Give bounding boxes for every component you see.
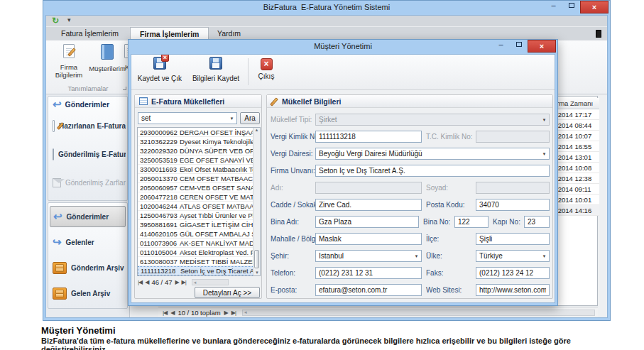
list-item[interactable]: 3210362229Dyeset Kimya Teknolojileri ...	[138, 137, 260, 146]
column-header-olusturma-zamani[interactable]: rma Zamanı	[555, 98, 599, 109]
sidebar-item-gonderilmis-efatura[interactable]: Gönderilmiş E-Fatura	[50, 143, 126, 165]
last-page-icon[interactable]: ▶|	[182, 279, 186, 285]
table-row[interactable]: .2014 10:01	[555, 195, 599, 205]
list-item[interactable]: 2060477218CEREN OFSET VE MATBAA...	[138, 192, 260, 202]
list-item[interactable]: 4140620105GÜL OFSET AMBALAJ SAN...	[138, 229, 260, 239]
next-page-icon[interactable]: ▶	[224, 310, 228, 316]
sidebar-item-gonderimler[interactable]: ↩ Gönderimler	[50, 206, 126, 227]
sidebar-item-gonderim-arsiv[interactable]: Gönderim Arşiv	[50, 257, 126, 278]
dialog-maximize-button[interactable]	[510, 40, 528, 50]
next-page-icon[interactable]: ▶	[175, 279, 178, 285]
exit-icon: ×	[261, 58, 273, 70]
maximize-button[interactable]	[562, 1, 580, 11]
kapi-no-input[interactable]	[524, 216, 550, 228]
sehir-select[interactable]: İstanbul ▼	[315, 250, 422, 262]
table-row[interactable]: .2014 12:38	[555, 173, 599, 184]
list-item[interactable]: 3250053519EGE OFSET SANAYİ VE Tİ...	[138, 155, 260, 165]
mahalle-input[interactable]	[315, 233, 422, 245]
soyad-input[interactable]	[476, 182, 550, 194]
sidebar-item-gelenler[interactable]: ↪ Gelenler	[50, 231, 126, 253]
cadde-input[interactable]	[315, 199, 422, 211]
list-item[interactable]: 1250046793Ayset Tıbbi Ürünler ve Plas...	[138, 211, 260, 220]
refresh-icon[interactable]: ↻	[52, 16, 59, 26]
list-item[interactable]: 2930000962DERGAH OFSET İNŞAAT O...	[138, 128, 260, 137]
scrollbar-thumb[interactable]	[254, 250, 259, 268]
close-button[interactable]: ×	[580, 1, 608, 13]
eposta-input[interactable]	[315, 284, 422, 296]
first-page-icon[interactable]: |◀	[138, 279, 142, 285]
chevron-down-icon: ▼	[412, 254, 421, 258]
bina-adi-label: Bina Adı:	[271, 216, 299, 228]
table-row[interactable]: .2014 08:44	[555, 120, 599, 131]
bina-no-input[interactable]	[454, 216, 489, 228]
vergi-dairesi-select[interactable]: Beyoğlu Vergi Dairesi Müdürlüğü ▼	[315, 148, 550, 160]
ribbon-button-firma-bilgilerim[interactable]: Firma Bilgilerim	[50, 43, 87, 84]
search-combobox[interactable]: set ▼	[138, 112, 237, 124]
table-row[interactable]: .2014 10:07	[555, 131, 599, 141]
table-row[interactable]: .2014 09:11	[555, 184, 599, 195]
telefon-input[interactable]	[315, 267, 422, 279]
ulke-select[interactable]: Türkiye ▼	[476, 250, 550, 262]
scroll-down-icon[interactable]: ▼	[255, 270, 259, 275]
right-panel-header: Mükellef Bilgileri	[267, 95, 552, 108]
ara-button[interactable]: Ara	[240, 112, 260, 124]
bilgileri-kaydet-button[interactable]: Bilgileri Kaydet	[187, 57, 245, 88]
sidebar-item-gonderilmis-zarflar[interactable]: Gönderilmiş Zarflar	[50, 172, 126, 193]
list-item[interactable]: 6130080037MEDİSET TIBBİ MALZEMEL...	[138, 257, 260, 266]
minimize-button[interactable]: –	[545, 1, 562, 11]
tabstrip-corner-icon[interactable]	[596, 30, 601, 38]
scroll-left-icon[interactable]: ◂	[194, 280, 196, 285]
pager-label: 46 / 47	[151, 278, 172, 286]
vergi-kimlik-input[interactable]	[315, 131, 422, 143]
list-item[interactable]: 3220029320DÜNYA SÜPER VEB OFSET ...	[138, 146, 260, 155]
qat-menu-caret-icon[interactable]: ▾	[67, 16, 71, 23]
dialog-client-area: × Kaydet ve Çık Bilgileri Kaydet × Çıkış…	[131, 54, 555, 303]
tc-kimlik-input[interactable]	[476, 131, 550, 143]
ribbon-button-musterilerim[interactable]: Müşterilerim	[89, 43, 126, 84]
prev-page-icon[interactable]: ◀	[170, 310, 174, 316]
kaydet-ve-cik-button[interactable]: × Kaydet ve Çık	[134, 57, 185, 88]
send-arrow-icon: ↩	[53, 212, 62, 222]
table-row[interactable]: .2014 17:17	[555, 109, 599, 120]
table-row[interactable]: .2014 10:08	[555, 163, 599, 173]
table-pager: |◀ ◀ 10 / 10 toplam ▶ ▶| ◂	[158, 307, 598, 317]
scroll-up-icon[interactable]: ▲	[255, 128, 259, 132]
faks-input[interactable]	[476, 267, 550, 279]
prev-page-icon[interactable]: ◀	[145, 279, 148, 285]
list-item[interactable]: 0110073906AK-SET NAKLİYAT MADEN....	[138, 239, 260, 248]
scroll-left-icon[interactable]: ◂	[244, 310, 246, 315]
list-item-selected[interactable]: 1111113218Seton İç ve Dış Ticaret A.Ş.	[138, 266, 260, 275]
cikis-button[interactable]: × Çıkış	[252, 57, 280, 88]
mukellef-tipi-select[interactable]: Şirket ▼	[315, 114, 550, 126]
sidebar-item-hazirlanan-efatura[interactable]: Hazırlanan E-Fatura	[50, 115, 126, 136]
detaylari-ac-button[interactable]: Detayları Aç >>	[195, 287, 260, 298]
form-pencil-icon	[270, 97, 278, 106]
last-page-icon[interactable]: ▶|	[231, 310, 236, 316]
ilce-input[interactable]	[476, 233, 550, 245]
posta-kodu-input[interactable]	[476, 199, 550, 211]
horizontal-scrollbar[interactable]: ◂	[192, 279, 229, 285]
sidebar-item-gelen-arsiv[interactable]: Gelen Arşiv	[50, 283, 126, 304]
first-page-icon[interactable]: |◀	[163, 310, 167, 316]
list-item[interactable]: 3950881691GİGASET İLETİŞİM CİHAZL...	[138, 220, 260, 229]
list-item[interactable]: 2050060957CEM-VEB OFSET SANAYİ V...	[138, 183, 260, 192]
dialog-minimize-button[interactable]: –	[492, 40, 510, 50]
list-item[interactable]: 3300011693Ekol Ofset Matbaacılık Tesi...	[138, 165, 260, 174]
dialog-close-button[interactable]: ×	[528, 40, 556, 53]
horizontal-scrollbar[interactable]: ◂	[242, 310, 595, 316]
bina-adi-input[interactable]	[315, 216, 419, 228]
list-item[interactable]: 1020046244ATLAS OFSET MATBAACIL...	[138, 202, 260, 211]
list-item[interactable]: 2050013370CEM OFSET MATBAACILIK...	[138, 174, 260, 183]
web-sitesi-label: Web Sitesi:	[426, 284, 462, 296]
ulke-label: Ülke:	[426, 250, 442, 262]
tab-fatura-islemlerim[interactable]: Fatura İşlemlerim	[52, 27, 128, 40]
table-row[interactable]: .2014 14:16	[555, 205, 599, 216]
list-item[interactable]: 0110105004Akset Elektroplast Yed. Pa...	[138, 248, 260, 257]
group-dialog-launcher-icon[interactable]	[123, 87, 126, 90]
table-row[interactable]: .2014 13:01	[555, 152, 599, 163]
firma-unvani-input[interactable]	[315, 165, 550, 177]
table-row[interactable]: .2014 16:55	[555, 141, 599, 152]
web-sitesi-input[interactable]	[476, 284, 550, 296]
adi-input[interactable]	[315, 182, 422, 194]
vertical-scrollbar[interactable]: ▲ ▼	[253, 128, 260, 275]
